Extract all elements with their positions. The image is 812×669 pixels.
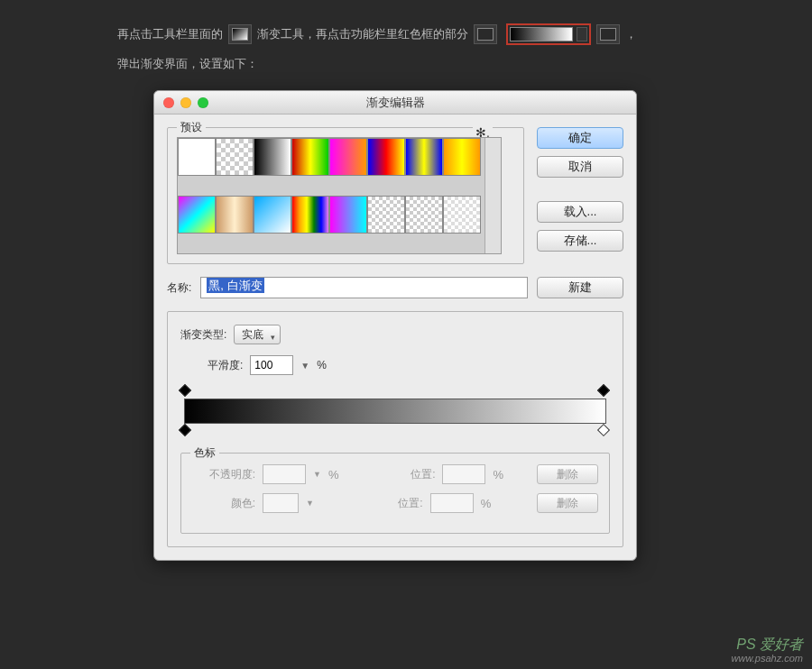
opacity-input[interactable] <box>263 464 306 484</box>
opacity-location-input[interactable] <box>442 464 485 484</box>
dropdown-arrow-icon: ▼ <box>306 499 314 508</box>
dropdown-arrow-icon: ▼ <box>313 470 321 479</box>
preset-swatch[interactable] <box>443 196 481 234</box>
scrollbar[interactable] <box>484 138 501 253</box>
name-label: 名称: <box>167 280 191 296</box>
opacity-stop-right[interactable] <box>599 386 610 397</box>
opacity-unit: % <box>328 468 339 481</box>
gradient-type-row: 渐变类型: 实底 <box>180 325 610 344</box>
preset-swatch[interactable] <box>254 138 291 176</box>
tool-swatch-icon <box>474 24 497 44</box>
dropdown-icon <box>577 27 587 41</box>
location-label: 位置: <box>360 496 423 511</box>
color-stop-right[interactable] <box>599 426 610 436</box>
gradient-editor-dialog: 渐变编辑器 预设 ✻. 确定 取消 载入... 存储... 名称: <box>153 90 637 561</box>
preset-swatch[interactable] <box>405 196 443 234</box>
preset-swatch[interactable] <box>329 196 367 234</box>
presets-area <box>177 137 502 254</box>
dropdown-arrow-icon[interactable]: ▼ <box>300 361 309 371</box>
location-unit: % <box>481 497 492 510</box>
color-location-input[interactable] <box>430 493 474 513</box>
stops-label: 色标 <box>190 445 219 461</box>
color-label: 颜色: <box>192 496 255 511</box>
gradient-preview-icon <box>510 27 573 41</box>
presets-fieldset: 预设 ✻. <box>167 127 524 264</box>
text: 渐变工具，再点击功能栏里红色框的部分 <box>257 26 468 42</box>
button-column: 确定 取消 载入... 存储... <box>537 127 623 264</box>
preset-swatch[interactable] <box>178 196 216 234</box>
preset-swatch[interactable] <box>178 138 216 176</box>
save-button[interactable]: 存储... <box>537 230 623 252</box>
name-row: 名称: 黑, 白渐变 新建 <box>167 277 623 298</box>
smoothness-label: 平滑度: <box>208 358 243 373</box>
preset-swatch[interactable] <box>291 138 329 176</box>
watermark-url: www.psahz.com <box>732 653 803 664</box>
ok-button[interactable]: 确定 <box>537 127 623 149</box>
instruction-line-1: 再点击工具栏里面的 渐变工具，再点击功能栏里红色框的部分 ， <box>117 23 637 45</box>
instruction-line-2: 弹出渐变界面，设置如下： <box>117 56 258 72</box>
text: ， <box>625 26 637 42</box>
gradient-type-select[interactable]: 实底 <box>234 325 281 344</box>
color-swatch[interactable] <box>263 493 299 513</box>
preset-swatch[interactable] <box>216 196 254 234</box>
preset-swatch[interactable] <box>443 138 481 176</box>
preset-swatch[interactable] <box>367 196 405 234</box>
stops-fieldset: 色标 不透明度: ▼ % 位置: % 删除 颜色: ▼ <box>180 453 610 534</box>
preset-swatch[interactable] <box>367 138 405 176</box>
presets-label: 预设 <box>177 120 206 135</box>
load-button[interactable]: 载入... <box>537 201 623 223</box>
smoothness-row: 平滑度: ▼ % <box>180 355 610 375</box>
preset-swatch[interactable] <box>291 196 329 234</box>
name-value: 黑, 白渐变 <box>207 278 263 293</box>
gradient-edit-bar[interactable] <box>184 386 606 436</box>
gradient-type-label: 渐变类型: <box>180 327 226 343</box>
watermark-brand: PS 爱好者 <box>732 637 803 653</box>
dialog-title: 渐变编辑器 <box>154 95 636 111</box>
gradient-bar[interactable] <box>184 399 606 424</box>
location-unit: % <box>493 468 503 481</box>
opacity-row: 不透明度: ▼ % 位置: % 删除 <box>192 464 598 484</box>
name-input[interactable]: 黑, 白渐变 <box>200 277 528 298</box>
tool-swatch-icon <box>596 24 620 44</box>
preset-swatch[interactable] <box>216 138 254 176</box>
opacity-stop-left[interactable] <box>180 386 191 397</box>
delete-color-stop-button[interactable]: 删除 <box>537 493 598 513</box>
smoothness-unit: % <box>317 359 327 371</box>
color-row: 颜色: ▼ 位置: % 删除 <box>192 493 598 513</box>
gradient-tool-icon <box>228 24 252 44</box>
smoothness-input[interactable] <box>250 355 293 375</box>
new-button[interactable]: 新建 <box>537 277 623 298</box>
preset-swatch[interactable] <box>405 138 443 176</box>
color-stop-left[interactable] <box>180 426 191 436</box>
opacity-label: 不透明度: <box>192 467 255 482</box>
preset-grid[interactable] <box>178 138 484 253</box>
preset-swatch[interactable] <box>254 196 291 234</box>
preset-swatch[interactable] <box>329 138 367 176</box>
watermark: PS 爱好者 www.psahz.com <box>732 637 803 664</box>
cancel-button[interactable]: 取消 <box>537 156 623 178</box>
titlebar[interactable]: 渐变编辑器 <box>154 91 636 115</box>
delete-opacity-stop-button[interactable]: 删除 <box>537 464 598 484</box>
gradient-settings-fieldset: 渐变类型: 实底 平滑度: ▼ % 色标 不透明度: <box>167 311 623 547</box>
location-label: 位置: <box>372 467 435 482</box>
red-highlight-box <box>506 23 591 45</box>
text: 再点击工具栏里面的 <box>117 26 223 42</box>
